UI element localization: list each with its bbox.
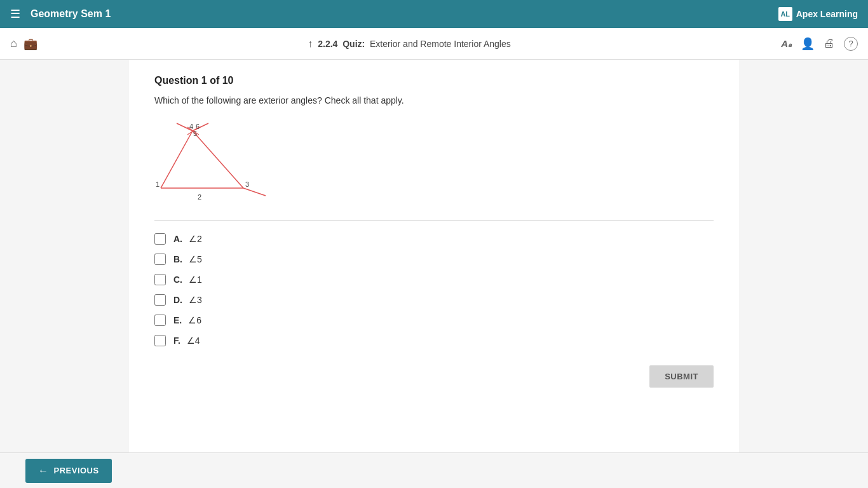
quiz-title: 2.2.4 Quiz: Exterior and Remote Interior… [318,39,510,49]
option-f[interactable]: F. ∠4 [154,335,714,346]
option-d-label[interactable]: D. ∠3 [173,295,202,305]
question-header: Question 1 of 10 [154,75,714,86]
checkbox-d[interactable] [154,294,166,306]
svg-line-1 [193,131,243,188]
checkbox-b[interactable] [154,254,166,265]
option-a-label[interactable]: A. ∠2 [173,234,202,244]
option-c-label[interactable]: C. ∠1 [173,274,202,285]
question-text: Which of the following are exterior angl… [154,95,714,105]
upload-icon: ↑ [308,38,313,50]
options-list: A. ∠2 B. ∠5 C. ∠1 D. ∠3 [154,233,714,346]
checkbox-c[interactable] [154,274,166,285]
print-icon[interactable]: 🖨 [824,37,835,50]
label-2: 2 [198,193,201,201]
apex-logo-box: AL [778,7,792,21]
option-a[interactable]: A. ∠2 [154,233,714,245]
bottom-bar: ← PREVIOUS [0,452,868,488]
submit-button[interactable]: SUBMIT [649,365,714,388]
label-3: 3 [245,180,249,188]
briefcase-icon[interactable]: 💼 [24,37,37,51]
quiz-label: Quiz: [342,39,365,49]
option-c[interactable]: C. ∠1 [154,274,714,285]
svg-line-3 [243,188,266,196]
triangle-svg: 1 2 3 4 6 5 [154,118,281,207]
prev-arrow-icon: ← [38,465,49,477]
left-nav-icons: ⌂ 💼 [10,37,37,51]
top-navigation-bar: ☰ Geometry Sem 1 AL Apex Learning [0,0,868,28]
option-f-label[interactable]: F. ∠4 [173,336,200,346]
person-icon[interactable]: 👤 [801,37,815,51]
main-content: Question 1 of 10 Which of the following … [129,60,739,452]
quiz-info: ↑ 2.2.4 Quiz: Exterior and Remote Interi… [45,38,773,50]
checkbox-e[interactable] [154,315,166,326]
option-e[interactable]: E. ∠6 [154,315,714,326]
right-nav-icons: Aₐ 👤 🖨 ? [781,37,858,51]
prev-button-label: PREVIOUS [54,466,99,475]
quiz-title-text: Exterior and Remote Interior Angles [370,39,511,49]
checkbox-f[interactable] [154,335,166,346]
submit-row: SUBMIT [154,365,714,388]
checkbox-a[interactable] [154,233,166,245]
diagram-area: 1 2 3 4 6 5 [154,118,714,207]
translate-icon[interactable]: Aₐ [781,38,792,50]
previous-button[interactable]: ← PREVIOUS [25,459,112,483]
divider [154,220,714,220]
option-b[interactable]: B. ∠5 [154,254,714,265]
svg-line-0 [161,131,193,188]
home-icon[interactable]: ⌂ [10,37,17,50]
label-1: 1 [156,180,159,188]
option-b-label[interactable]: B. ∠5 [173,254,202,264]
sub-navigation-bar: ⌂ 💼 ↑ 2.2.4 Quiz: Exterior and Remote In… [0,28,868,60]
apex-logo: AL Apex Learning [778,7,858,21]
option-d[interactable]: D. ∠3 [154,294,714,306]
option-e-label[interactable]: E. ∠6 [173,315,201,325]
apex-logo-text: Apex Learning [796,9,858,19]
menu-icon[interactable]: ☰ [10,7,20,21]
quiz-section: 2.2.4 [318,39,337,49]
help-icon[interactable]: ? [844,37,858,51]
app-title: Geometry Sem 1 [31,8,768,20]
